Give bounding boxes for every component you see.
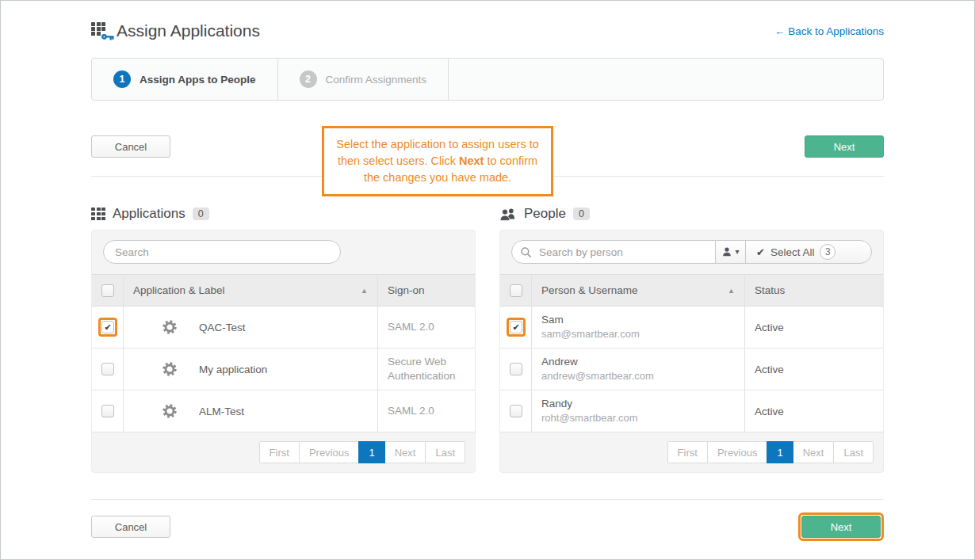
person-email: andrew@smartbear.com: [541, 369, 735, 383]
applications-pagination: First Previous 1 Next Last: [259, 441, 465, 463]
applications-count-badge: 0: [193, 208, 209, 220]
step-label: Assign Apps to People: [140, 74, 256, 86]
people-panel: ▾ ✔ Select All 3: [499, 230, 884, 473]
next-button-highlight: Next: [798, 512, 884, 541]
person-filter-button[interactable]: ▾: [716, 240, 746, 264]
app-grid-key-icon: [91, 22, 109, 40]
step-assign-apps[interactable]: 1 Assign Apps to People: [92, 59, 278, 100]
bottom-toolbar: Cancel Next: [91, 512, 884, 541]
applications-section: Applications 0 Applicatio: [91, 205, 476, 473]
sort-ascending-icon[interactable]: ▲: [361, 287, 368, 295]
step-number-badge: 1: [113, 70, 131, 88]
applications-signon-column-header: Sign-on: [378, 275, 476, 307]
applications-table: Application & Label ▲ Sign-on: [92, 274, 475, 432]
cancel-button[interactable]: Cancel: [91, 516, 170, 538]
people-icon: [499, 208, 517, 221]
people-search-input[interactable]: [537, 246, 710, 259]
person-email: sam@smartbear.com: [541, 327, 735, 341]
application-row[interactable]: My application Secure Web Authentication: [92, 349, 475, 390]
person-checkbox[interactable]: [510, 405, 522, 417]
application-row[interactable]: QAC-Test SAML 2.0: [92, 307, 475, 349]
pagination-next[interactable]: Next: [793, 441, 835, 463]
people-count-badge: 0: [573, 208, 590, 220]
applications-panel: Application & Label ▲ Sign-on: [91, 230, 476, 473]
application-signon: Secure Web Authentication: [378, 349, 476, 390]
application-signon: SAML 2.0: [378, 390, 476, 432]
pagination-previous[interactable]: Previous: [299, 441, 360, 463]
pagination-first[interactable]: First: [667, 441, 708, 463]
select-all-button[interactable]: ✔ Select All 3: [745, 240, 872, 264]
select-all-apps-checkbox[interactable]: [101, 284, 114, 297]
selection-highlight: [98, 318, 117, 337]
pagination-first[interactable]: First: [259, 441, 300, 463]
person-email: roht@smartbear.com: [541, 411, 735, 425]
back-to-applications-link[interactable]: ← Back to Applications: [774, 25, 884, 37]
pagination-page-1[interactable]: 1: [358, 441, 384, 463]
people-section-title: People: [524, 206, 566, 222]
gear-icon: [162, 361, 178, 377]
person-name: Andrew: [541, 355, 735, 369]
application-checkbox[interactable]: [101, 321, 114, 333]
pagination-last[interactable]: Last: [425, 441, 465, 463]
next-button[interactable]: Next: [805, 135, 884, 158]
step-confirm-assignments[interactable]: 2 Confirm Assignments: [278, 59, 449, 100]
applications-header-row: Application & Label ▲ Sign-on: [92, 275, 475, 307]
selection-highlight: [98, 360, 117, 379]
selection-highlight: [98, 402, 117, 421]
applications-grid-icon: [91, 208, 105, 221]
application-name: My application: [199, 364, 267, 375]
person-checkbox[interactable]: [510, 321, 522, 333]
application-signon: SAML 2.0: [378, 307, 476, 349]
selection-highlight: [507, 318, 526, 337]
application-name: QAC-Test: [199, 322, 246, 333]
select-all-label: Select All: [770, 246, 815, 258]
applications-search-input[interactable]: [103, 240, 341, 264]
key-icon: [101, 31, 114, 43]
wizard-step-bar: 1 Assign Apps to People 2 Confirm Assign…: [91, 58, 884, 101]
page-title: Assign Applications: [117, 21, 260, 40]
step-number-badge: 2: [300, 70, 317, 88]
pagination-page-1[interactable]: 1: [767, 441, 793, 463]
check-icon: ✔: [756, 246, 765, 258]
applications-section-title: Applications: [113, 206, 185, 222]
person-status: Active: [745, 307, 884, 349]
application-row[interactable]: ALM-Test SAML 2.0: [92, 390, 475, 432]
pagination-next[interactable]: Next: [384, 441, 426, 463]
pagination-previous[interactable]: Previous: [707, 441, 768, 463]
people-header-row: Person & Username ▲ Status: [500, 275, 883, 307]
gear-icon: [162, 319, 178, 335]
people-name-column-header: Person & Username: [541, 284, 638, 296]
pagination-last[interactable]: Last: [833, 441, 874, 463]
instruction-callout: Select the application to assign users t…: [322, 126, 553, 196]
selection-highlight: [507, 402, 526, 421]
person-row[interactable]: Andrew andrew@smartbear.com Active: [500, 349, 883, 390]
person-row[interactable]: Randy roht@smartbear.com Active: [500, 390, 883, 432]
person-status: Active: [745, 349, 884, 390]
people-pagination: First Previous 1 Next Last: [667, 441, 874, 463]
next-button[interactable]: Next: [801, 516, 881, 538]
step-label: Confirm Assignments: [326, 74, 427, 86]
sort-ascending-icon[interactable]: ▲: [728, 287, 735, 295]
people-table: Person & Username ▲ Status: [500, 274, 883, 432]
select-all-people-checkbox[interactable]: [510, 284, 522, 297]
chevron-down-icon: ▾: [735, 248, 739, 256]
assign-applications-page: Assign Applications ← Back to Applicatio…: [0, 0, 975, 560]
person-name: Sam: [541, 313, 735, 327]
person-icon: [721, 246, 732, 257]
page-header: Assign Applications ← Back to Applicatio…: [91, 1, 884, 40]
cancel-button[interactable]: Cancel: [91, 135, 170, 158]
application-checkbox[interactable]: [101, 405, 114, 417]
person-status: Active: [745, 390, 884, 432]
selection-highlight: [507, 360, 526, 379]
people-section: People 0: [499, 205, 884, 473]
applications-name-column-header: Application & Label: [133, 284, 225, 296]
people-status-column-header: Status: [745, 275, 884, 307]
application-name: ALM-Test: [199, 406, 244, 417]
person-checkbox[interactable]: [510, 363, 522, 375]
search-icon: [520, 246, 532, 258]
application-checkbox[interactable]: [101, 363, 114, 375]
person-row[interactable]: Sam sam@smartbear.com Active: [500, 307, 883, 349]
divider: [91, 499, 884, 500]
select-all-count-badge: 3: [820, 244, 835, 260]
callout-bold-text: Next: [459, 154, 484, 167]
